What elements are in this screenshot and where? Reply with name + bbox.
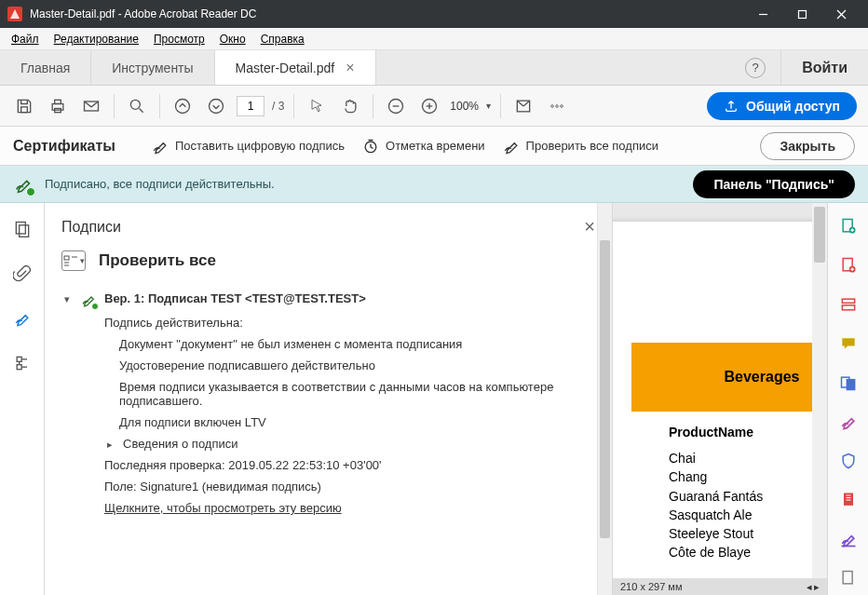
chevron-right-icon[interactable]: ▸ bbox=[104, 437, 115, 451]
menu-help[interactable]: Справка bbox=[255, 31, 310, 47]
login-button[interactable]: Войти bbox=[780, 50, 868, 85]
pdf-page: Beverages ProductName Chai Chang Guaraná… bbox=[613, 222, 827, 595]
zoom-out-icon[interactable] bbox=[383, 93, 409, 119]
svg-rect-26 bbox=[19, 225, 28, 237]
hand-icon[interactable] bbox=[337, 93, 363, 119]
bookmarks-icon[interactable] bbox=[11, 352, 34, 374]
tab-document[interactable]: Master-Detail.pdf × bbox=[215, 50, 376, 85]
product-list: Chai Chang Guaraná Fantás Sasquatch Ale … bbox=[613, 449, 827, 562]
more-tools-icon[interactable] bbox=[838, 568, 859, 588]
zoom-dropdown-icon[interactable]: ▾ bbox=[486, 101, 491, 111]
sig-detail-2: Удостоверение подписавшего действительно bbox=[119, 358, 375, 372]
sig-detail-4: Для подписи включен LTV bbox=[119, 415, 266, 429]
pages-thumbnails-icon[interactable] bbox=[11, 218, 34, 240]
chevron-down-icon[interactable]: ▾ bbox=[61, 291, 73, 305]
menu-view[interactable]: Просмотр bbox=[148, 31, 210, 47]
last-check-label: Последняя проверка: 2019.05.22 22:53:10 … bbox=[104, 458, 382, 472]
svg-point-9 bbox=[130, 100, 140, 109]
page-total: / 3 bbox=[272, 100, 284, 113]
title-bar: Master-Detail.pdf - Adobe Acrobat Reader… bbox=[0, 0, 868, 28]
column-header: ProductName bbox=[613, 412, 827, 449]
signature-valid-small-icon bbox=[80, 291, 97, 308]
category-header: Beverages bbox=[631, 343, 827, 412]
share-button[interactable]: Общий доступ bbox=[707, 92, 857, 120]
page-input[interactable] bbox=[237, 96, 264, 116]
signatures-panel-title: Подписи bbox=[61, 219, 121, 236]
signatures-panel-close-icon[interactable]: × bbox=[584, 216, 595, 237]
svg-rect-32 bbox=[64, 256, 69, 260]
signatures-icon[interactable] bbox=[11, 307, 34, 330]
export-pdf-icon[interactable] bbox=[838, 294, 859, 315]
signatures-options-icon[interactable]: ▾ bbox=[61, 250, 86, 271]
svg-rect-43 bbox=[847, 380, 854, 390]
signature-version-label[interactable]: Вер. 1: Подписан TEST <TEST@TEST.TEST> bbox=[104, 291, 366, 305]
more-icon[interactable] bbox=[544, 93, 570, 119]
document-view[interactable]: Beverages ProductName Chai Chang Guaraná… bbox=[613, 203, 827, 595]
signature-panel-button[interactable]: Панель "Подпись" bbox=[693, 170, 855, 198]
save-icon[interactable] bbox=[11, 93, 37, 119]
digital-sign-button[interactable]: Поставить цифровую подпись bbox=[151, 137, 345, 156]
acrobat-icon bbox=[7, 7, 22, 21]
window-title: Master-Detail.pdf - Adobe Acrobat Reader… bbox=[30, 7, 743, 20]
svg-point-12 bbox=[210, 99, 224, 113]
edit-pdf-icon[interactable] bbox=[838, 255, 859, 276]
print-icon[interactable] bbox=[45, 93, 71, 119]
page-up-icon[interactable] bbox=[170, 93, 196, 119]
tab-home[interactable]: Главная bbox=[0, 50, 91, 85]
document-scrollbar[interactable] bbox=[812, 203, 827, 578]
search-icon[interactable] bbox=[124, 93, 150, 119]
menu-file[interactable]: Файл bbox=[6, 31, 45, 47]
menu-edit[interactable]: Редактирование bbox=[48, 31, 144, 47]
signature-field-label: Поле: Signature1 (невидимая подпись) bbox=[104, 480, 321, 494]
pointer-icon[interactable] bbox=[304, 93, 330, 119]
comment-icon[interactable] bbox=[838, 333, 859, 354]
svg-rect-25 bbox=[16, 223, 25, 235]
sig-detail-1: Документ "документ" не был изменен с мом… bbox=[119, 337, 462, 351]
compress-icon[interactable] bbox=[838, 490, 859, 510]
tab-tools[interactable]: Инструменты bbox=[91, 50, 214, 85]
list-item: Steeleye Stout bbox=[669, 524, 827, 543]
svg-point-21 bbox=[551, 104, 554, 107]
help-icon[interactable]: ? bbox=[745, 58, 766, 78]
zoom-level[interactable]: 100% bbox=[450, 100, 479, 113]
create-pdf-icon[interactable] bbox=[838, 216, 859, 237]
sign-icon[interactable] bbox=[838, 412, 859, 432]
svg-rect-46 bbox=[843, 572, 852, 584]
list-item: Chai bbox=[669, 449, 827, 467]
page-size-label: 210 x 297 мм bbox=[620, 581, 683, 592]
zoom-in-icon[interactable] bbox=[416, 93, 442, 119]
tab-close-icon[interactable]: × bbox=[346, 60, 354, 76]
list-item: Sasquatch Ale bbox=[669, 506, 827, 524]
svg-line-10 bbox=[140, 108, 143, 112]
svg-rect-27 bbox=[17, 357, 21, 361]
scroll-left-icon[interactable]: ◂ bbox=[807, 581, 812, 593]
list-item: Côte de Blaye bbox=[669, 543, 827, 561]
svg-rect-6 bbox=[55, 100, 61, 103]
panel-scrollbar[interactable] bbox=[597, 203, 612, 595]
signature-details-label[interactable]: Сведения о подписи bbox=[123, 437, 237, 451]
scroll-right-icon[interactable]: ▸ bbox=[814, 581, 820, 593]
svg-point-22 bbox=[556, 104, 559, 107]
fill-sign-icon[interactable] bbox=[838, 529, 859, 549]
verify-all-label[interactable]: Проверить все bbox=[99, 251, 216, 270]
minimize-button[interactable] bbox=[743, 0, 782, 28]
attachments-icon[interactable] bbox=[11, 263, 34, 285]
view-mode-icon[interactable] bbox=[510, 93, 536, 119]
certificates-close-button[interactable]: Закрыть bbox=[760, 132, 855, 160]
verify-all-button[interactable]: Проверить все подписи bbox=[502, 137, 658, 156]
email-icon[interactable] bbox=[78, 93, 104, 119]
view-version-link[interactable]: Щелкните, чтобы просмотреть эту версию bbox=[104, 501, 342, 515]
body: Подписи × ▾ Проверить все ▾ Вер. 1: Подп… bbox=[0, 203, 868, 595]
close-button[interactable] bbox=[821, 0, 861, 28]
signature-status-bar: Подписано, все подписи действительны. Па… bbox=[0, 166, 868, 203]
sig-detail-3: Время подписи указывается в соответствии… bbox=[119, 380, 594, 408]
combine-icon[interactable] bbox=[838, 372, 859, 393]
timestamp-button[interactable]: Отметка времени bbox=[361, 137, 485, 156]
page-down-icon[interactable] bbox=[203, 93, 229, 119]
maximize-button[interactable] bbox=[782, 0, 821, 28]
menu-window[interactable]: Окно bbox=[214, 31, 251, 47]
svg-rect-28 bbox=[17, 365, 21, 370]
protect-icon[interactable] bbox=[838, 451, 859, 471]
svg-line-19 bbox=[517, 101, 523, 106]
list-item: Guaraná Fantás bbox=[669, 487, 827, 506]
